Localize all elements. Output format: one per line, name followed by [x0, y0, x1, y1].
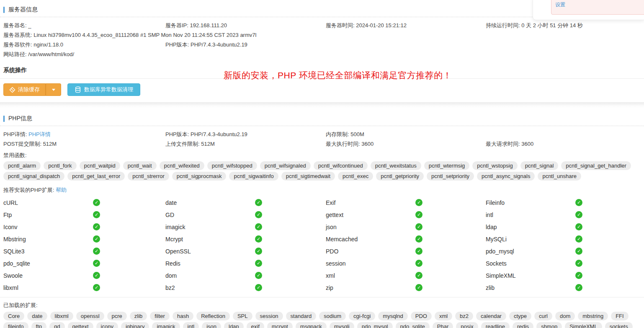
extension-name: OpenSSL — [165, 248, 255, 255]
check-circle-icon: ✓ — [575, 223, 582, 230]
extension-tag: Core — [3, 312, 24, 320]
extension-item: zip ✓ — [326, 282, 486, 294]
extension-name: Mcrypt — [165, 236, 255, 243]
check-circle-icon: ✓ — [255, 211, 262, 218]
erase-icon — [9, 87, 15, 93]
extension-item: Mcrypt ✓ — [165, 233, 326, 245]
check-circle-icon: ✓ — [575, 260, 582, 267]
extension-tag: pdo_mysql — [357, 322, 393, 328]
extension-name: Sockets — [486, 260, 575, 267]
field-value: nginx/1.18.0 — [33, 41, 63, 48]
extension-item: Ftp ✓ — [3, 209, 165, 221]
info-field: 网站路径: /var/www/html/kod/ — [3, 49, 641, 59]
check-circle-icon: ✓ — [255, 199, 262, 206]
disabled-functions-label: 禁用函数: — [3, 150, 27, 160]
check-circle-icon: ✓ — [415, 260, 422, 267]
extension-item: SimpleXML ✓ — [486, 269, 641, 282]
check-circle-icon: ✓ — [255, 248, 262, 255]
function-tag: pcntl_wifexited — [160, 161, 204, 170]
check-circle-icon: ✓ — [255, 272, 262, 279]
clear-cache-button[interactable]: 清除缓存 — [3, 83, 46, 96]
field-value[interactable]: PHP详情 — [28, 131, 51, 137]
clear-cache-dropdown-button[interactable] — [46, 83, 61, 96]
extension-tag: session — [255, 312, 283, 320]
extension-item: zlib ✓ — [486, 282, 641, 294]
check-circle-icon: ✓ — [415, 235, 422, 243]
extension-name: ldap — [486, 224, 575, 230]
disabled-functions-row: 禁用函数: pcntl_alarmpcntl_forkpcntl_waitpid… — [3, 149, 641, 183]
extension-tag: FFI — [611, 312, 629, 320]
extension-item: date ✓ — [165, 196, 326, 209]
extension-tag: pdo_sqlite — [396, 322, 430, 328]
extension-item: Sockets ✓ — [486, 257, 641, 269]
field-value: 0 天 2 小时 51 分钟 14 秒 — [521, 22, 583, 28]
check-circle-icon: ✓ — [93, 235, 100, 243]
php-info-panel: PHP信息 PHP详情: PHP详情 PHP版本: PHP/7.4.3-4ubu… — [0, 108, 644, 328]
extension-item: Fileinfo ✓ — [486, 196, 641, 209]
check-circle-icon: ✓ — [415, 272, 422, 279]
extension-name: Memcached — [326, 236, 415, 243]
extension-name: gettext — [326, 212, 415, 218]
function-tag: pcntl_get_last_error — [67, 172, 125, 181]
server-status-page: 服务器信息 服务器名: _ 服务器IP: 192.168.111.20 服务器时… — [0, 0, 644, 328]
extension-tag: Reflection — [196, 312, 230, 320]
check-circle-icon: ✓ — [255, 260, 262, 267]
field-separator: : — [40, 141, 43, 147]
setup-now-link-part2[interactable]: 设置 — [555, 2, 565, 8]
field-label: 服务器时间 — [326, 22, 353, 28]
check-circle-icon: ✓ — [575, 248, 582, 255]
caret-down-icon — [52, 89, 55, 91]
extension-tag: redis — [513, 322, 533, 328]
extension-tag: json — [202, 322, 221, 328]
info-field: 服务器软件: nginx/1.18.0 — [3, 40, 165, 49]
db-clean-button[interactable]: 数据库异常数据清理 — [67, 83, 140, 96]
field-label: PHP版本 — [165, 131, 188, 137]
extension-tag: ctype — [509, 312, 531, 320]
check-circle-icon: ✓ — [575, 235, 582, 243]
info-field: 内存限制: 500M — [326, 129, 641, 139]
help-link[interactable]: 帮助 — [56, 187, 67, 193]
extension-tag: date — [27, 312, 47, 320]
function-tag: pcntl_sigwaitinfo — [229, 172, 278, 181]
extension-tag: filter — [150, 312, 170, 320]
server-info-grid: 服务器名: _ 服务器IP: 192.168.111.20 服务器时间: 202… — [3, 17, 641, 59]
extension-tag: PDO — [411, 312, 432, 320]
extension-item: SQLite3 ✓ — [3, 245, 165, 257]
function-tag: pcntl_wifstopped — [207, 161, 257, 170]
check-circle-icon: ✓ — [415, 248, 422, 255]
field-separator: : — [26, 131, 28, 137]
function-tag: pcntl_sigprocmask — [172, 172, 227, 181]
php-info-header: PHP信息 — [3, 108, 641, 126]
extension-name: Fileinfo — [486, 199, 575, 206]
field-value: /var/www/html/kod/ — [28, 51, 74, 57]
extension-tag: exif — [247, 322, 264, 328]
extension-item: ldap ✓ — [486, 221, 641, 233]
field-separator: : — [187, 22, 190, 28]
extension-tag: shmop — [536, 322, 562, 328]
recommended-extensions-label-row: 推荐安装的PHP扩展: 帮助 — [3, 183, 641, 196]
clear-cache-split-button: 清除缓存 — [3, 83, 61, 96]
alert-line-2: 设置 — [555, 1, 644, 8]
extension-name: cURL — [3, 199, 93, 206]
field-label: 内存限制 — [326, 131, 348, 137]
function-tag: pcntl_signal_dispatch — [3, 172, 64, 181]
function-tag: pcntl_wifcontinued — [314, 161, 368, 170]
info-field: 持续运行时间: 0 天 2 小时 51 分钟 14 秒 — [486, 21, 641, 30]
disabled-functions-tags: pcntl_alarmpcntl_forkpcntl_waitpidpcntl_… — [3, 160, 641, 181]
alert-line-1: 为保证功能正常,请尽快绑定邮箱 立即 — [555, 0, 644, 1]
extension-tag: gd — [49, 322, 64, 328]
info-field: POST提交限制: 512M — [3, 139, 165, 149]
extension-tag: mcrypt — [267, 322, 293, 328]
field-label: 服务器软件 — [3, 41, 31, 48]
function-tag: pcntl_exec — [338, 172, 373, 181]
extension-tag: openssl — [76, 312, 104, 320]
field-label: PHP版本 — [165, 41, 188, 48]
extension-tag: libxml — [50, 312, 73, 320]
extension-tag: mysqlnd — [378, 312, 407, 320]
extension-name: Iconv — [3, 224, 93, 230]
extension-tag: sockets — [605, 322, 633, 328]
function-tag: pcntl_strerror — [128, 172, 169, 181]
extension-tag: mysqli — [330, 322, 354, 328]
php-info-grid: PHP详情: PHP详情 PHP版本: PHP/7.4.3-4ubuntu2.1… — [3, 126, 641, 149]
check-circle-icon: ✓ — [93, 260, 100, 267]
